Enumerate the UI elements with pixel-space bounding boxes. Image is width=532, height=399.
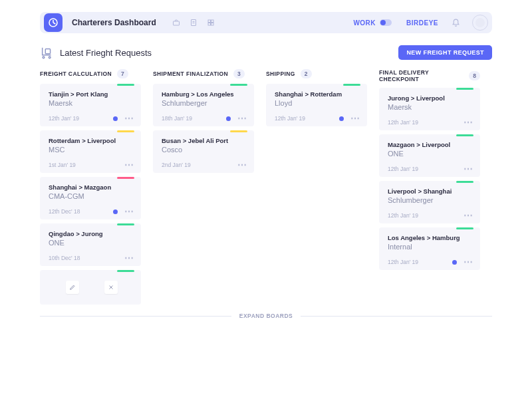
status-dot-icon	[226, 116, 231, 121]
svg-rect-5	[208, 23, 211, 26]
more-icon[interactable]: ⋯	[464, 167, 473, 171]
more-icon[interactable]: ⋯	[124, 209, 134, 213]
card-accent	[117, 84, 134, 86]
freight-card[interactable]: Shanghai > RotterdamLloyd12th Jan' 19⋯	[266, 84, 367, 126]
card-footer: 12th Jan' 19⋯	[275, 115, 360, 122]
card-date: 12th Jan' 19	[388, 119, 457, 126]
top-icon-group	[172, 19, 215, 27]
more-icon[interactable]: ⋯	[464, 120, 473, 124]
card-route: Jurong > Liverpool	[388, 94, 473, 102]
board-column: SHIPPING2Shanghai > RotterdamLloyd12th J…	[266, 69, 367, 130]
svg-rect-3	[208, 20, 211, 23]
status-dot-icon	[452, 260, 457, 265]
column-header: SHIPMENT FINALIZATION3	[153, 69, 254, 78]
column-title: SHIPMENT FINALIZATION	[153, 70, 228, 77]
card-company: ONE	[388, 150, 473, 158]
card-footer: 12th Jan' 19⋯	[49, 115, 134, 122]
more-icon[interactable]: ⋯	[237, 116, 247, 120]
status-dot-icon	[113, 209, 118, 214]
card-footer: 10th Dec' 18⋯	[49, 255, 134, 261]
more-icon[interactable]: ⋯	[464, 260, 473, 264]
freight-card[interactable]: Mazgaon > LiverpoolONE12th Jan' 19⋯	[379, 134, 480, 177]
card-footer: 1st Jan' 19⋯	[49, 162, 134, 168]
column-count: 7	[117, 69, 128, 78]
svg-point-9	[49, 57, 51, 59]
card-accent	[230, 130, 247, 132]
freight-card[interactable]: Liverpool > ShanghaiSchlumberger12th Jan…	[379, 181, 480, 223]
more-icon[interactable]: ⋯	[237, 163, 247, 167]
card-route: Hamburg > Los Angeles	[162, 90, 247, 98]
card-company: CMA-CGM	[49, 192, 134, 200]
column-count: 8	[469, 71, 480, 80]
svg-rect-4	[211, 20, 213, 23]
card-company: MSC	[49, 146, 134, 154]
briefcase-icon[interactable]	[172, 19, 180, 27]
status-dot-icon	[113, 116, 118, 121]
expand-boards[interactable]: EXPAND BOARDS	[40, 313, 492, 319]
card-route: Busan > Jebel Ali Port	[162, 137, 247, 144]
board-column: FINAL DELIVERY CHECKPOINT8Jurong > Liver…	[379, 69, 480, 274]
board-column: FREIGHT CALCULATION7Tianjin > Port Klang…	[40, 69, 141, 309]
card-date: 1st Jan' 19	[49, 162, 118, 168]
card-route: Shanghai > Mazgaon	[49, 184, 134, 191]
card-company: Schlumberger	[388, 196, 473, 204]
card-accent	[456, 227, 473, 229]
card-footer: 12th Jan' 19⋯	[388, 212, 473, 219]
freight-card[interactable]: Qingdao > JurongONE10th Dec' 18⋯	[40, 223, 141, 266]
avatar-inner	[475, 18, 485, 27]
column-title: FREIGHT CALCULATION	[40, 70, 112, 77]
more-icon[interactable]: ⋯	[124, 163, 134, 167]
card-date: 10th Dec' 18	[49, 255, 118, 261]
document-icon[interactable]	[190, 19, 198, 27]
column-count: 2	[301, 69, 312, 78]
card-route: Tianjin > Port Klang	[49, 90, 134, 98]
card-accent	[456, 88, 473, 90]
card-date: 2nd Jan' 19	[162, 162, 231, 168]
card-date: 12th Jan' 19	[388, 259, 452, 265]
freight-card[interactable]: Busan > Jebel Ali PortCosco2nd Jan' 19⋯	[153, 130, 254, 173]
card-date: 12th Jan' 19	[275, 115, 339, 122]
freight-card[interactable]: Rotterdam > LiverpoolMSC1st Jan' 19⋯	[40, 130, 141, 173]
card-footer: 18th Jan' 19⋯	[162, 115, 247, 122]
card-accent	[456, 134, 473, 136]
card-date: 18th Jan' 19	[162, 115, 226, 122]
card-route: Mazgaon > Liverpool	[388, 141, 473, 148]
edit-button[interactable]	[66, 281, 79, 294]
toggle-switch[interactable]	[380, 19, 392, 26]
column-header: FREIGHT CALCULATION7	[40, 69, 141, 78]
column-title: FINAL DELIVERY CHECKPOINT	[379, 69, 464, 82]
freight-card[interactable]: Jurong > LiverpoolMaersk12th Jan' 19⋯	[379, 88, 480, 130]
card-date: 12th Jan' 19	[49, 115, 113, 122]
freight-card[interactable]: Tianjin > Port KlangMaersk12th Jan' 19⋯	[40, 84, 141, 126]
work-toggle[interactable]: WORK	[353, 19, 392, 27]
card-footer: 12th Jan' 19⋯	[388, 119, 473, 126]
new-freight-button[interactable]: NEW FREIGHT REQUEST	[398, 45, 492, 60]
avatar[interactable]	[472, 15, 488, 31]
svg-rect-7	[45, 49, 50, 54]
card-footer: 12th Dec' 18⋯	[49, 208, 134, 215]
freight-card[interactable]: Los Angeles > HamburgInternal12th Jan' 1…	[379, 227, 480, 270]
card-route: Los Angeles > Hamburg	[388, 234, 473, 241]
card-footer: 2nd Jan' 19⋯	[162, 162, 247, 168]
grid-icon[interactable]	[207, 19, 215, 27]
more-icon[interactable]: ⋯	[350, 116, 360, 120]
freight-card[interactable]: Shanghai > MazgaonCMA-CGM12th Dec' 18⋯	[40, 177, 141, 219]
more-icon[interactable]: ⋯	[464, 213, 473, 217]
card-accent	[117, 177, 134, 179]
section-header: Latest Frieght Requests NEW FREIGHT REQU…	[40, 45, 492, 60]
bell-icon[interactable]	[452, 19, 460, 27]
svg-rect-1	[173, 21, 179, 25]
more-icon[interactable]: ⋯	[124, 256, 134, 260]
board: FREIGHT CALCULATION7Tianjin > Port Klang…	[40, 69, 492, 309]
more-icon[interactable]: ⋯	[124, 116, 134, 120]
freight-card[interactable]: Hamburg > Los AngelesSchlumberger18th Ja…	[153, 84, 254, 126]
card-accent	[117, 270, 134, 272]
card-date: 12th Jan' 19	[388, 212, 457, 219]
card-company: Internal	[388, 243, 473, 251]
topbar: Charterers Dashboard WORK BIRDEYE	[40, 12, 492, 33]
card-footer: 12th Jan' 19⋯	[388, 259, 473, 265]
card-company: Lloyd	[275, 99, 360, 107]
status-dot-icon	[339, 116, 344, 121]
card-company: ONE	[49, 239, 134, 247]
close-button[interactable]	[104, 281, 118, 294]
